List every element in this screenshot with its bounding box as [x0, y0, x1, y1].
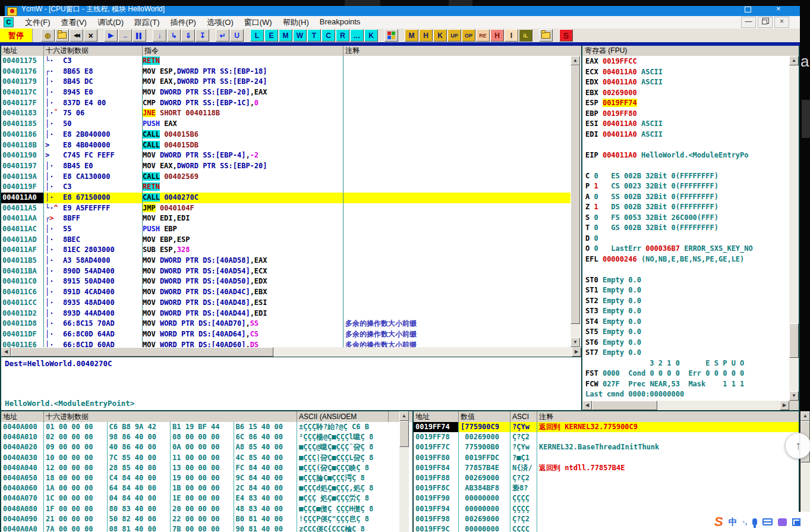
column-header-hexdata[interactable]: 十六进制数据 [44, 411, 297, 422]
register-line[interactable]: Z 1 DS 002B 32Bit 0(FFFFFFFF) [585, 202, 792, 213]
register-line[interactable]: EBP 0019FF80 [585, 109, 792, 119]
disasm-row[interactable]: 004011B5│·A3 58AD4000MOV DWORD PTR DS:[4… [1, 256, 571, 266]
column-header-value[interactable]: 数值 [459, 411, 510, 422]
register-line[interactable]: T 0 GS 002B 32Bit 0(FFFFFFFF) [585, 223, 792, 234]
dump-row[interactable]: 0040A05018 00 00 00C4 84 40 0019 00 00 0… [1, 473, 399, 483]
windows-window-button[interactable]: W [293, 29, 307, 42]
column-header-ascii[interactable]: ASCII (ANSI/OEM [297, 411, 389, 422]
register-line[interactable]: S 0 FS 0053 32Bit 26C000(FFF) [585, 213, 792, 223]
log-window-button[interactable]: L [250, 29, 264, 42]
disasm-row[interactable]: 004011C0│·8915 50AD400MOV DWORD PTR DS:[… [1, 276, 571, 287]
register-line[interactable]: D 0 [585, 234, 792, 244]
scroll-left-arrow[interactable]: ◀ [1, 347, 11, 357]
column-header-comment[interactable]: 注释 [343, 46, 581, 56]
mdi-restore-button[interactable] [758, 17, 773, 28]
register-line[interactable]: ST4 Empty 0.0 [585, 317, 792, 328]
mdi-minimize-button[interactable]: — [741, 17, 756, 28]
scroll-up-arrow[interactable]: ▲ [571, 56, 580, 65]
column-header-address[interactable]: 地址 [1, 46, 44, 56]
disasm-row[interactable]: 004011AF│·81EC 2803000SUB ESP,328 [1, 245, 571, 256]
stack-row[interactable]: 0019FF74[775900C9?ÇYw返回到 KERNEL32.775900… [414, 422, 799, 432]
register-line[interactable]: ST3 Empty 0.0 [585, 306, 792, 317]
disasm-row[interactable]: 004011AC│·55PUSH EBP [1, 224, 571, 235]
disasm-row[interactable]: 0040119A│·E8 CA130000CALL 00402569 [1, 172, 571, 182]
pause-icon[interactable]: ▌▌ [133, 29, 146, 42]
register-line[interactable]: ST2 Empty 0.0 [585, 296, 792, 307]
plugin-il-button[interactable]: iL [519, 29, 532, 42]
close-process-icon[interactable]: × [84, 29, 97, 42]
register-line[interactable]: FCW 027F Prec NEAR,53 Mask 1 1 1 [585, 379, 792, 390]
stack-row[interactable]: 0019FF8C AB384BF8亵8? [414, 483, 799, 493]
menu-item-4[interactable]: 插件(P) [165, 17, 201, 28]
disasm-row[interactable]: 00401175└·C3RETN [1, 56, 571, 67]
execute-till-user-icon[interactable]: U [230, 29, 244, 42]
register-line[interactable]: ECX 004011A0 ASCII [585, 67, 792, 78]
mdi-close-button[interactable]: × [774, 17, 789, 28]
ime-language-mode[interactable]: 中 [729, 517, 737, 528]
dump-row[interactable]: 0040A04012 00 00 0028 85 40 0013 00 00 0… [1, 463, 399, 473]
open-file-icon[interactable] [55, 29, 69, 42]
disasm-row[interactable]: 0040118B>E8 4B040000CALL 004015DB [1, 140, 571, 151]
stack-row[interactable]: 0019FF90 00000000ÇÇÇÇ [414, 493, 799, 503]
scroll-up-arrow[interactable]: ▲ [800, 411, 810, 421]
step-over-icon[interactable]: ↳ [167, 29, 181, 42]
register-line[interactable]: ST7 Empty 0.0 [585, 348, 792, 358]
register-line[interactable] [585, 160, 792, 171]
disasm-row[interactable]: 00401179│·8B45 DCMOV EAX,DWORD PTR SS:[E… [1, 77, 571, 87]
disasm-row[interactable]: 004011A0│·E8 67150000CALL 0040270C [1, 193, 571, 203]
disasm-row[interactable]: 004011AD│·8BECMOV EBP,ESP [1, 235, 571, 245]
register-line[interactable]: ESI 004011A0 ASCII [585, 119, 792, 130]
plugin-i-button[interactable]: I [505, 29, 518, 42]
disasm-row[interactable]: 00401183│·ˇ75 06JNE SHORT 0040118B [1, 108, 571, 119]
keyboard-icon[interactable] [762, 518, 773, 525]
register-line[interactable]: ST5 Empty 0.0 [585, 327, 792, 338]
ime-punctuation-icon[interactable]: ·, [743, 518, 747, 526]
resume-icon[interactable]: → [118, 29, 132, 42]
column-header-address[interactable]: 地址 [1, 411, 44, 422]
menu-item-6[interactable]: 窗口(W) [239, 17, 278, 28]
register-line[interactable]: ST0 Empty 0.0 [585, 275, 792, 286]
register-line[interactable]: 3 2 1 0 E S P U O [585, 358, 792, 369]
scroll-right-arrow[interactable]: ▶ [780, 401, 789, 410]
dump-row[interactable]: 0040A0801F 00 00 0080 83 40 0020 00 00 0… [1, 504, 399, 514]
register-line[interactable]: EDI 004011A0 ASCII [585, 130, 792, 140]
dump-row[interactable]: 0040A0701C 00 00 0004 84 40 001E 00 00 0… [1, 493, 399, 503]
register-line[interactable]: O 0 LastErr 000036B7 ERROR_SXS_KEY_NO [585, 244, 792, 254]
disasm-row[interactable]: 004011DF│·66:8C0D 64ADMOV WORD PTR DS:[4… [1, 329, 571, 340]
memory-window-button[interactable]: M [279, 29, 292, 42]
register-line[interactable]: ESP 0019FF74 [585, 98, 792, 109]
open-target-icon[interactable]: ⊕ [41, 29, 55, 42]
menu-item-7[interactable]: 帮助(H) [278, 17, 314, 28]
plugin-up-button[interactable]: UP [447, 29, 461, 42]
scroll-thumb[interactable] [399, 421, 409, 447]
plugin-op-button[interactable]: OP [462, 29, 475, 42]
scroll-thumb[interactable] [592, 401, 657, 410]
run-icon[interactable]: ▶ [104, 29, 118, 42]
column-header-hexdata[interactable]: 十六进制数据 [44, 46, 143, 56]
call-stack-window-button[interactable]: K [364, 29, 378, 42]
scroll-right-arrow[interactable]: ▶ [572, 347, 581, 357]
stack-row[interactable]: 0019FF78 00269000Ç?Ç2 [414, 432, 799, 442]
animate-over-icon[interactable]: ↧ [196, 29, 209, 42]
register-line[interactable]: EIP 004011A0 HelloWorld.<ModuleEntryPo [585, 150, 792, 161]
plugins-icon[interactable] [384, 29, 398, 42]
scroll-thumb[interactable] [571, 65, 580, 324]
disasm-row[interactable]: 00401176┌·8B65 E8MOV ESP,DWORD PTR SS:[E… [1, 67, 571, 77]
registers-vscrollbar[interactable]: ▲ ▼ [789, 56, 799, 401]
column-header-ascii[interactable]: ASCI [510, 411, 537, 422]
register-line[interactable]: P 1 CS 0023 32Bit 0(FFFFFFFF) [585, 181, 792, 192]
microphone-icon[interactable] [752, 518, 757, 525]
menu-item-0[interactable]: 文件(F) [20, 17, 56, 28]
register-line[interactable]: ST6 Empty 0.0 [585, 338, 792, 348]
more-windows-button[interactable]: … [350, 29, 364, 42]
menu-item-2[interactable]: 调试(D) [92, 17, 129, 28]
disasm-row[interactable]: 00401190>C745 FC FEFFMOV DWORD PTR SS:[E… [1, 150, 571, 161]
scroll-left-arrow[interactable]: ◀ [582, 401, 592, 410]
disasm-row[interactable]: 0040117C│·8945 E0MOV DWORD PTR SS:[EBP-2… [1, 87, 571, 98]
disasm-hscrollbar[interactable]: ◀ ▶ [1, 347, 581, 357]
disasm-row[interactable]: 00401185│·50PUSH EAX [1, 119, 571, 130]
disasm-vscrollbar[interactable]: ▲ ▼ [571, 56, 580, 347]
skin-icon[interactable] [778, 518, 787, 526]
registers-hscrollbar[interactable]: ◀ ▶ [582, 401, 789, 410]
stack-row[interactable]: 0019FF84 77857B4EN{済/返回到 ntdll.77857B4E [414, 463, 799, 473]
